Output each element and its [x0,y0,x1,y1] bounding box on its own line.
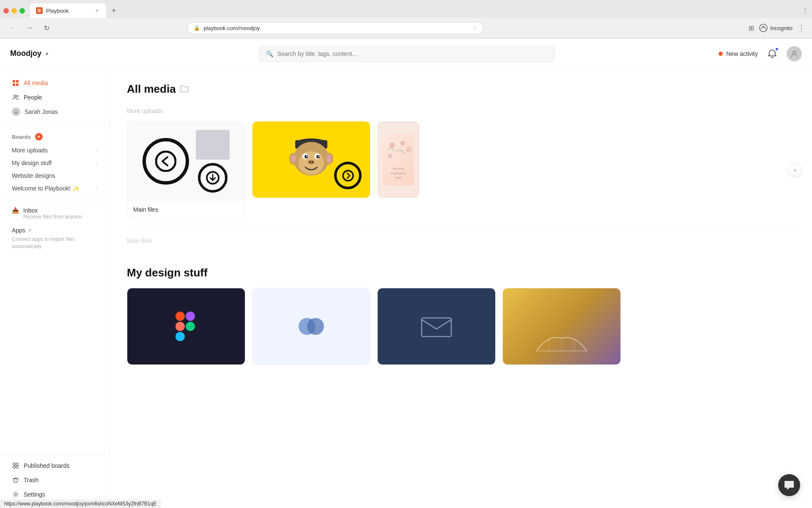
forward-button[interactable]: → [24,22,36,34]
card2-inner [252,121,370,198]
add-app-button[interactable]: + [28,226,32,234]
sidebar-item-more-uploads[interactable]: More uploads › [3,144,106,157]
board-card-2[interactable] [252,121,370,198]
sidebar-item-all-media[interactable]: All media [3,76,106,90]
svg-point-3 [793,51,796,54]
gray-rectangle [196,130,230,160]
inbox-label: Inbox [23,207,83,214]
sidebar: All media People [0,69,110,508]
apps-header[interactable]: Apps + [12,226,98,234]
close-button[interactable] [3,8,9,14]
my-design-stuff-title: My design stuff [127,266,795,279]
chat-button[interactable] [778,474,800,496]
board-card-1[interactable]: Main files [127,121,245,218]
design-card-4[interactable] [502,288,621,365]
sidebar-item-trash[interactable]: Trash [3,473,106,487]
figma-icon [173,309,199,343]
sidebar-item-website-designs[interactable]: Website designs [3,169,106,182]
mailchimp-monkey [282,130,341,189]
sidebar-divider-3 [0,455,110,455]
logo-dropdown-icon[interactable]: ▾ [46,51,48,57]
svg-point-28 [308,160,315,164]
chrome-menu-icon[interactable]: ⋮ [798,23,805,33]
sidebar-item-inbox[interactable]: 📥 Inbox Receive files from anyone. [3,204,106,223]
reload-button[interactable]: ↻ [41,22,52,34]
window-controls [3,8,25,14]
subsection-area: Main files [127,229,795,249]
sidebar-item-people[interactable]: People [3,90,106,105]
sidebar-divider-2 [0,200,110,200]
user-avatar[interactable] [787,46,802,61]
svg-rect-7 [16,83,19,86]
address-bar: ← → ↻ 🔒 playbook.com/moodjoy ☆ ⊞ Incogni… [0,18,812,38]
new-tab-button[interactable]: + [108,5,120,17]
main-area: All media People [0,69,812,508]
sidebar-item-sarah-jonas[interactable]: Sarah Jonas [3,105,106,119]
svg-point-8 [14,95,16,97]
sidebar-divider-1 [0,124,110,124]
card3-inner: My first Facebook post [378,121,419,198]
lock-icon: 🔒 [194,25,200,31]
new-activity-button[interactable]: New activity [719,50,758,57]
search-input[interactable] [277,50,548,57]
card1-right [196,130,230,193]
all-media-label: All media [24,80,48,86]
incognito-button[interactable]: Incognito [759,24,793,32]
trash-label: Trash [24,477,38,483]
sidebar-nav-section: All media People [0,76,110,119]
svg-point-39 [402,142,404,144]
floral-image: My first Facebook post [383,134,414,185]
next-arrow-button[interactable] [334,162,362,189]
page-title-row: All media [127,83,795,96]
app-logo[interactable]: Moodjoy [10,49,41,58]
svg-point-2 [763,26,764,28]
tab-bar: Playbook × + ⋮ [0,0,812,18]
extensions-icon[interactable]: ⊞ [749,24,754,32]
title-folder-icon[interactable] [180,85,189,94]
svg-point-15 [15,494,17,496]
bookmark-icon[interactable]: ☆ [473,25,477,31]
people-label: People [24,94,42,101]
svg-rect-14 [16,466,18,468]
design-card-1[interactable] [127,288,245,365]
minimize-button[interactable] [11,8,17,14]
tab-close-button[interactable]: × [93,7,100,14]
chevron-icon: › [96,160,98,166]
maximize-button[interactable] [19,8,25,14]
tab-menu-button[interactable]: ⋮ [802,7,809,15]
svg-rect-11 [13,463,15,465]
browser-chrome: Playbook × + ⋮ ← → ↻ 🔒 playbook.com/mood… [0,0,812,39]
design-card-img-4 [503,288,620,364]
chevron-icon: › [96,186,98,191]
svg-rect-46 [176,332,185,341]
back-button[interactable]: ← [7,22,19,34]
download-icon [198,163,228,193]
grid-icon [12,79,19,87]
search-box[interactable]: 🔍 [259,46,555,62]
scroll-right-button[interactable]: › [788,163,802,177]
inbox-sub-label: Receive files from anyone. [23,214,83,220]
floral-svg [384,139,413,164]
design-card-img-1 [127,288,245,364]
svg-point-41 [408,148,411,151]
apps-description: Connect apps to import files automatical… [12,236,98,250]
svg-point-26 [306,156,307,157]
board-card-3[interactable]: My first Facebook post [377,121,420,198]
url-bar[interactable]: 🔒 playbook.com/moodjoy ☆ [187,22,483,34]
sidebar-item-my-design-stuff[interactable]: My design stuff › [3,157,106,169]
tab-title: Playbook [46,8,69,14]
active-tab[interactable]: Playbook × [30,3,106,18]
add-board-button[interactable]: + [35,133,43,141]
card1-inner [127,121,245,201]
notifications-button[interactable] [765,46,780,61]
sidebar-item-published-boards[interactable]: Published boards [3,458,106,473]
design-card-2[interactable] [252,288,370,365]
design-card-3[interactable] [377,288,496,365]
svg-rect-12 [16,463,18,465]
trash-icon [12,476,19,484]
sidebar-item-welcome[interactable]: Welcome to Playbook! ✨ › [3,182,106,195]
design-card-img-3 [378,288,495,364]
boards-header[interactable]: Boards + [3,130,106,144]
svg-point-43 [389,155,391,157]
sidebar-bottom: Published boards Trash [0,451,110,502]
